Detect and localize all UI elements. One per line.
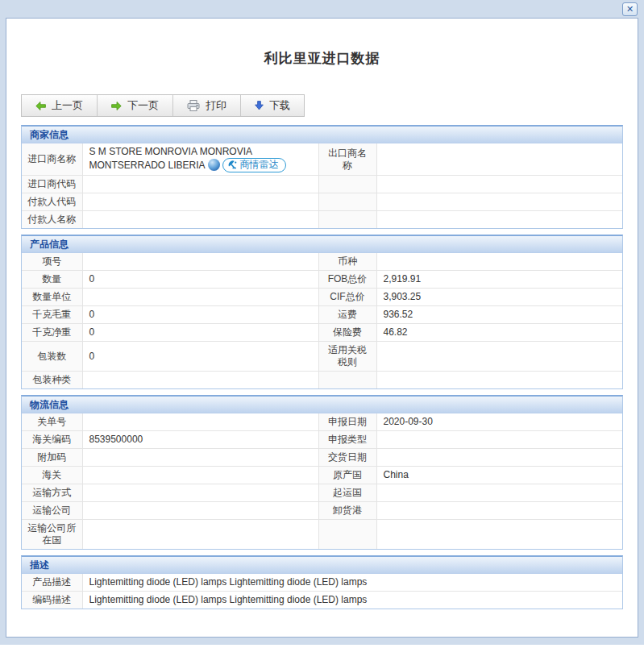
- globe-icon[interactable]: [208, 159, 220, 171]
- table-row: 包装种类: [22, 372, 622, 389]
- field-label: 海关: [22, 467, 82, 484]
- field-value: 3,903.25: [376, 289, 622, 306]
- field-value: 936.52: [376, 306, 622, 324]
- field-value: 0: [82, 324, 318, 342]
- blue-down-arrow-icon: [255, 101, 264, 110]
- field-value: [82, 211, 318, 229]
- field-label: 进口商名称: [22, 143, 82, 176]
- field-value: [376, 520, 622, 550]
- merchant-table: 进口商名称 S M STORE MONROVIA MONROVIA MONTSE…: [22, 143, 622, 228]
- field-value: [82, 289, 318, 306]
- table-row: 包装数 0 适用关税税则: [22, 342, 622, 372]
- prev-page-button[interactable]: 上一页: [22, 95, 98, 116]
- field-label: 原产国: [318, 467, 376, 484]
- field-label: FOB总价: [318, 271, 376, 289]
- printer-icon: [187, 100, 200, 111]
- field-label: 关单号: [22, 413, 82, 431]
- field-value: [376, 484, 622, 502]
- field-label: [318, 520, 376, 550]
- field-label: 运输公司所在国: [22, 520, 82, 550]
- field-value: [82, 253, 318, 271]
- field-value: [82, 502, 318, 520]
- table-row: 付款人代码: [22, 193, 622, 211]
- next-page-button[interactable]: 下一页: [98, 95, 173, 116]
- table-row: 附加码 交货日期: [22, 449, 622, 467]
- table-row: 付款人名称: [22, 211, 622, 229]
- field-label: 数量: [22, 271, 82, 289]
- importer-name-cell: S M STORE MONROVIA MONROVIA MONTSERRADO …: [82, 143, 318, 176]
- radar-badge[interactable]: 商情雷达: [222, 158, 286, 172]
- field-value: [82, 176, 318, 193]
- table-row: 进口商代码: [22, 176, 622, 193]
- download-label: 下载: [269, 98, 290, 113]
- field-value: 0: [82, 271, 318, 289]
- section-logistics-info: 物流信息 关单号 申报日期 2020-09-30 海关编码 8539500000…: [21, 395, 623, 550]
- green-left-arrow-icon: [35, 102, 46, 110]
- green-right-arrow-icon: [111, 102, 122, 110]
- field-value: [376, 449, 622, 467]
- field-value: [376, 431, 622, 449]
- section-merchant-info: 商家信息 进口商名称 S M STORE MONROVIA MONROVIA M…: [21, 125, 623, 229]
- field-value: [376, 372, 622, 389]
- radar-badge-label: 商情雷达: [240, 159, 279, 171]
- field-label: 保险费: [318, 324, 376, 342]
- field-label: 运输公司: [22, 502, 82, 520]
- field-label: 起运国: [318, 484, 376, 502]
- field-value: 46.82: [376, 324, 622, 342]
- field-label: 进口商代码: [22, 176, 82, 193]
- field-label: 包装数: [22, 342, 82, 372]
- table-row: 数量 0 FOB总价 2,919.91: [22, 271, 622, 289]
- field-label: 包装种类: [22, 372, 82, 389]
- field-value: [82, 467, 318, 484]
- field-value: Lightemitting diode (LED) lamps Lightemi…: [82, 592, 622, 609]
- table-row: 关单号 申报日期 2020-09-30: [22, 413, 622, 431]
- section-product-info: 产品信息 项号 币种 数量 0 FOB总价 2,919.91 数量单位: [21, 235, 623, 389]
- field-value: [82, 484, 318, 502]
- table-row: 产品描述 Lightemitting diode (LED) lamps Lig…: [22, 574, 622, 592]
- section-description: 描述 产品描述 Lightemitting diode (LED) lamps …: [21, 555, 623, 609]
- print-label: 打印: [206, 98, 226, 113]
- field-label: 千克净重: [22, 324, 82, 342]
- description-table: 产品描述 Lightemitting diode (LED) lamps Lig…: [22, 574, 622, 609]
- field-value: Lightemitting diode (LED) lamps Lightemi…: [82, 574, 622, 592]
- field-label: 申报类型: [318, 431, 376, 449]
- field-value: 0: [82, 306, 318, 324]
- field-value: 2020-09-30: [376, 413, 622, 431]
- table-row: 海关编码 8539500000 申报类型: [22, 431, 622, 449]
- field-label: 产品描述: [22, 574, 82, 592]
- sections-container: 商家信息 进口商名称 S M STORE MONROVIA MONROVIA M…: [21, 125, 623, 609]
- next-page-label: 下一页: [127, 98, 159, 113]
- field-label: 币种: [318, 253, 376, 271]
- field-label: 卸货港: [318, 502, 376, 520]
- field-label: [318, 372, 376, 389]
- field-value: [376, 342, 622, 372]
- section-logistics-title: 物流信息: [22, 397, 622, 413]
- print-button[interactable]: 打印: [173, 95, 241, 116]
- prev-page-label: 上一页: [52, 98, 83, 113]
- table-row: 运输方式 起运国: [22, 484, 622, 502]
- table-row: 项号 币种: [22, 253, 622, 271]
- field-label: 附加码: [22, 449, 82, 467]
- field-value: 8539500000: [82, 431, 318, 449]
- field-label: CIF总价: [318, 289, 376, 306]
- field-value: [376, 253, 622, 271]
- logistics-table: 关单号 申报日期 2020-09-30 海关编码 8539500000 申报类型…: [22, 413, 622, 549]
- product-table: 项号 币种 数量 0 FOB总价 2,919.91 数量单位 CIF总价 3,9…: [22, 253, 622, 388]
- field-value: [82, 520, 318, 550]
- download-button[interactable]: 下载: [241, 95, 304, 116]
- field-label: 项号: [22, 253, 82, 271]
- field-value: [82, 193, 318, 211]
- field-value: [82, 449, 318, 467]
- field-label: 付款人代码: [22, 193, 82, 211]
- field-value: [376, 502, 622, 520]
- field-label: [318, 176, 376, 193]
- table-row: 编码描述 Lightemitting diode (LED) lamps Lig…: [22, 592, 622, 609]
- close-icon: ✕: [626, 4, 634, 15]
- table-row: 海关 原产国 China: [22, 467, 622, 484]
- field-label: 出口商名称: [318, 143, 376, 176]
- close-button[interactable]: ✕: [622, 2, 638, 16]
- section-merchant-title: 商家信息: [22, 127, 622, 143]
- field-value: [376, 211, 622, 229]
- field-label: 申报日期: [318, 413, 376, 431]
- field-value: [376, 193, 622, 211]
